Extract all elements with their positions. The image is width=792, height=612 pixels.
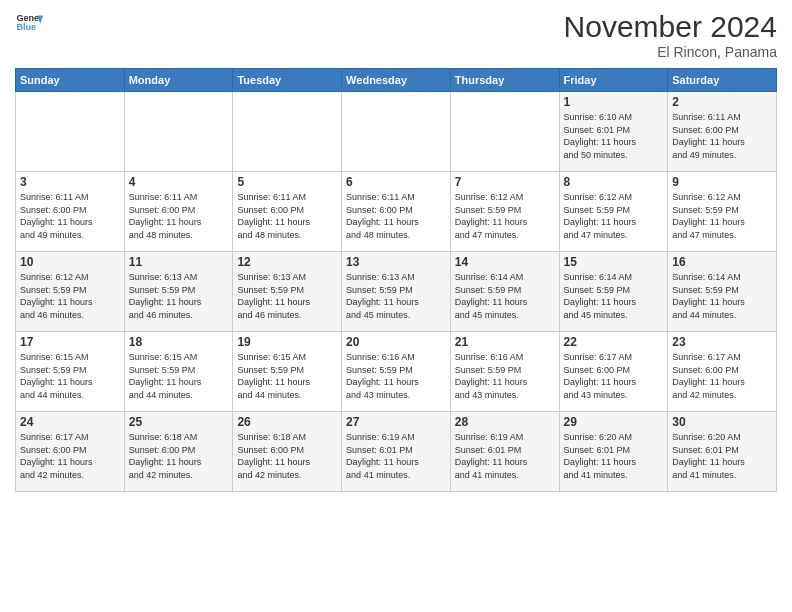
day-cell: 16Sunrise: 6:14 AM Sunset: 5:59 PM Dayli… bbox=[668, 252, 777, 332]
day-number: 4 bbox=[129, 175, 229, 189]
day-cell bbox=[233, 92, 342, 172]
day-info: Sunrise: 6:12 AM Sunset: 5:59 PM Dayligh… bbox=[20, 271, 120, 321]
day-info: Sunrise: 6:14 AM Sunset: 5:59 PM Dayligh… bbox=[672, 271, 772, 321]
day-cell: 27Sunrise: 6:19 AM Sunset: 6:01 PM Dayli… bbox=[342, 412, 451, 492]
day-info: Sunrise: 6:18 AM Sunset: 6:00 PM Dayligh… bbox=[237, 431, 337, 481]
day-number: 7 bbox=[455, 175, 555, 189]
day-number: 22 bbox=[564, 335, 664, 349]
day-number: 14 bbox=[455, 255, 555, 269]
day-number: 26 bbox=[237, 415, 337, 429]
col-header-thursday: Thursday bbox=[450, 69, 559, 92]
day-number: 21 bbox=[455, 335, 555, 349]
day-info: Sunrise: 6:14 AM Sunset: 5:59 PM Dayligh… bbox=[455, 271, 555, 321]
day-cell: 5Sunrise: 6:11 AM Sunset: 6:00 PM Daylig… bbox=[233, 172, 342, 252]
day-cell bbox=[450, 92, 559, 172]
day-info: Sunrise: 6:16 AM Sunset: 5:59 PM Dayligh… bbox=[455, 351, 555, 401]
day-info: Sunrise: 6:17 AM Sunset: 6:00 PM Dayligh… bbox=[564, 351, 664, 401]
day-number: 8 bbox=[564, 175, 664, 189]
day-cell: 19Sunrise: 6:15 AM Sunset: 5:59 PM Dayli… bbox=[233, 332, 342, 412]
page-header: General Blue November 2024 El Rincon, Pa… bbox=[15, 10, 777, 60]
day-info: Sunrise: 6:15 AM Sunset: 5:59 PM Dayligh… bbox=[129, 351, 229, 401]
day-number: 15 bbox=[564, 255, 664, 269]
day-number: 29 bbox=[564, 415, 664, 429]
day-cell: 15Sunrise: 6:14 AM Sunset: 5:59 PM Dayli… bbox=[559, 252, 668, 332]
col-header-monday: Monday bbox=[124, 69, 233, 92]
day-cell: 22Sunrise: 6:17 AM Sunset: 6:00 PM Dayli… bbox=[559, 332, 668, 412]
day-number: 25 bbox=[129, 415, 229, 429]
day-info: Sunrise: 6:12 AM Sunset: 5:59 PM Dayligh… bbox=[672, 191, 772, 241]
day-cell: 24Sunrise: 6:17 AM Sunset: 6:00 PM Dayli… bbox=[16, 412, 125, 492]
week-row-4: 17Sunrise: 6:15 AM Sunset: 5:59 PM Dayli… bbox=[16, 332, 777, 412]
day-cell: 26Sunrise: 6:18 AM Sunset: 6:00 PM Dayli… bbox=[233, 412, 342, 492]
day-number: 12 bbox=[237, 255, 337, 269]
day-info: Sunrise: 6:11 AM Sunset: 6:00 PM Dayligh… bbox=[129, 191, 229, 241]
day-info: Sunrise: 6:16 AM Sunset: 5:59 PM Dayligh… bbox=[346, 351, 446, 401]
month-title: November 2024 bbox=[564, 10, 777, 44]
day-cell bbox=[342, 92, 451, 172]
day-number: 10 bbox=[20, 255, 120, 269]
day-number: 27 bbox=[346, 415, 446, 429]
day-number: 6 bbox=[346, 175, 446, 189]
day-info: Sunrise: 6:15 AM Sunset: 5:59 PM Dayligh… bbox=[20, 351, 120, 401]
day-info: Sunrise: 6:19 AM Sunset: 6:01 PM Dayligh… bbox=[346, 431, 446, 481]
day-info: Sunrise: 6:13 AM Sunset: 5:59 PM Dayligh… bbox=[237, 271, 337, 321]
day-cell: 18Sunrise: 6:15 AM Sunset: 5:59 PM Dayli… bbox=[124, 332, 233, 412]
day-number: 13 bbox=[346, 255, 446, 269]
day-cell: 8Sunrise: 6:12 AM Sunset: 5:59 PM Daylig… bbox=[559, 172, 668, 252]
col-header-tuesday: Tuesday bbox=[233, 69, 342, 92]
week-row-1: 1Sunrise: 6:10 AM Sunset: 6:01 PM Daylig… bbox=[16, 92, 777, 172]
day-number: 20 bbox=[346, 335, 446, 349]
col-header-saturday: Saturday bbox=[668, 69, 777, 92]
day-cell: 7Sunrise: 6:12 AM Sunset: 5:59 PM Daylig… bbox=[450, 172, 559, 252]
day-cell: 12Sunrise: 6:13 AM Sunset: 5:59 PM Dayli… bbox=[233, 252, 342, 332]
day-cell: 11Sunrise: 6:13 AM Sunset: 5:59 PM Dayli… bbox=[124, 252, 233, 332]
title-block: November 2024 El Rincon, Panama bbox=[564, 10, 777, 60]
day-cell: 2Sunrise: 6:11 AM Sunset: 6:00 PM Daylig… bbox=[668, 92, 777, 172]
day-number: 5 bbox=[237, 175, 337, 189]
day-cell: 25Sunrise: 6:18 AM Sunset: 6:00 PM Dayli… bbox=[124, 412, 233, 492]
day-info: Sunrise: 6:13 AM Sunset: 5:59 PM Dayligh… bbox=[346, 271, 446, 321]
day-cell: 30Sunrise: 6:20 AM Sunset: 6:01 PM Dayli… bbox=[668, 412, 777, 492]
day-number: 17 bbox=[20, 335, 120, 349]
day-info: Sunrise: 6:19 AM Sunset: 6:01 PM Dayligh… bbox=[455, 431, 555, 481]
day-number: 28 bbox=[455, 415, 555, 429]
col-header-sunday: Sunday bbox=[16, 69, 125, 92]
day-info: Sunrise: 6:12 AM Sunset: 5:59 PM Dayligh… bbox=[564, 191, 664, 241]
day-number: 24 bbox=[20, 415, 120, 429]
day-info: Sunrise: 6:20 AM Sunset: 6:01 PM Dayligh… bbox=[672, 431, 772, 481]
day-info: Sunrise: 6:14 AM Sunset: 5:59 PM Dayligh… bbox=[564, 271, 664, 321]
day-number: 19 bbox=[237, 335, 337, 349]
week-row-2: 3Sunrise: 6:11 AM Sunset: 6:00 PM Daylig… bbox=[16, 172, 777, 252]
day-number: 1 bbox=[564, 95, 664, 109]
day-info: Sunrise: 6:10 AM Sunset: 6:01 PM Dayligh… bbox=[564, 111, 664, 161]
day-number: 9 bbox=[672, 175, 772, 189]
location-subtitle: El Rincon, Panama bbox=[564, 44, 777, 60]
logo: General Blue bbox=[15, 10, 43, 38]
day-info: Sunrise: 6:11 AM Sunset: 6:00 PM Dayligh… bbox=[20, 191, 120, 241]
calendar-header-row: SundayMondayTuesdayWednesdayThursdayFrid… bbox=[16, 69, 777, 92]
day-info: Sunrise: 6:12 AM Sunset: 5:59 PM Dayligh… bbox=[455, 191, 555, 241]
calendar-table: SundayMondayTuesdayWednesdayThursdayFrid… bbox=[15, 68, 777, 492]
day-info: Sunrise: 6:17 AM Sunset: 6:00 PM Dayligh… bbox=[672, 351, 772, 401]
day-number: 3 bbox=[20, 175, 120, 189]
day-info: Sunrise: 6:11 AM Sunset: 6:00 PM Dayligh… bbox=[346, 191, 446, 241]
day-info: Sunrise: 6:15 AM Sunset: 5:59 PM Dayligh… bbox=[237, 351, 337, 401]
day-info: Sunrise: 6:20 AM Sunset: 6:01 PM Dayligh… bbox=[564, 431, 664, 481]
day-info: Sunrise: 6:18 AM Sunset: 6:00 PM Dayligh… bbox=[129, 431, 229, 481]
day-number: 2 bbox=[672, 95, 772, 109]
day-cell: 21Sunrise: 6:16 AM Sunset: 5:59 PM Dayli… bbox=[450, 332, 559, 412]
day-cell: 9Sunrise: 6:12 AM Sunset: 5:59 PM Daylig… bbox=[668, 172, 777, 252]
col-header-friday: Friday bbox=[559, 69, 668, 92]
day-number: 18 bbox=[129, 335, 229, 349]
day-info: Sunrise: 6:13 AM Sunset: 5:59 PM Dayligh… bbox=[129, 271, 229, 321]
day-cell: 28Sunrise: 6:19 AM Sunset: 6:01 PM Dayli… bbox=[450, 412, 559, 492]
day-number: 11 bbox=[129, 255, 229, 269]
svg-text:Blue: Blue bbox=[16, 22, 36, 32]
day-cell: 23Sunrise: 6:17 AM Sunset: 6:00 PM Dayli… bbox=[668, 332, 777, 412]
day-number: 23 bbox=[672, 335, 772, 349]
day-info: Sunrise: 6:11 AM Sunset: 6:00 PM Dayligh… bbox=[237, 191, 337, 241]
day-cell: 13Sunrise: 6:13 AM Sunset: 5:59 PM Dayli… bbox=[342, 252, 451, 332]
day-cell: 6Sunrise: 6:11 AM Sunset: 6:00 PM Daylig… bbox=[342, 172, 451, 252]
day-info: Sunrise: 6:11 AM Sunset: 6:00 PM Dayligh… bbox=[672, 111, 772, 161]
logo-icon: General Blue bbox=[15, 10, 43, 38]
